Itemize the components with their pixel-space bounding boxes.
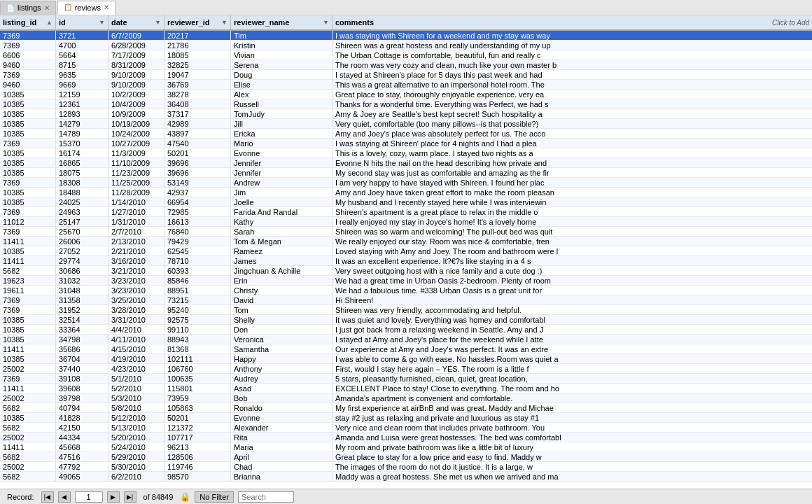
cell-reviewer_id: 105863	[164, 403, 231, 412]
table-row[interactable]: 103851807511/23/200939696JenniferMy seco…	[0, 168, 812, 178]
table-row[interactable]: 103851478910/24/200943897ErickaAmy and J…	[0, 129, 812, 139]
table-row[interactable]: 103851686511/10/200939696JenniferEvonne …	[0, 158, 812, 168]
table-row[interactable]: 103851215910/2/200938278AlexGreat place …	[0, 90, 812, 99]
table-row[interactable]: 946096699/10/200936769EliseThis was a gr…	[0, 80, 812, 90]
table-row[interactable]: 11012251471/31/201016613KathyI really en…	[0, 217, 812, 227]
cell-date: 5/1/2010	[108, 374, 164, 383]
table-row[interactable]: 25002443345/20/2010107717RitaAmanda and …	[0, 433, 812, 442]
cell-reviewer_id: 53149	[164, 178, 231, 187]
cell-date: 3/21/2010	[108, 266, 164, 275]
col-header-reviewer_name[interactable]: reviewer_name ▼	[231, 15, 332, 29]
table-row[interactable]: 946087158/31/200932825SerenaThe room was…	[0, 60, 812, 70]
table-row[interactable]: 660656647/17/200918085VivianThe Urban Co…	[0, 50, 812, 60]
status-bar: Record: |◀ ◀ ▶ ▶| of 84849 🔒 No Filter	[0, 489, 812, 504]
table-row[interactable]: 7369313583/25/201073215DavidHi Shireen!	[0, 295, 812, 305]
search-input[interactable]	[238, 491, 294, 503]
table-row[interactable]: 103851617411/3/200950201EvonneThis is a …	[0, 148, 812, 158]
table-row[interactable]: 7369319523/28/201095240TomShireen was ve…	[0, 305, 812, 315]
table-row[interactable]: 11411356864/15/201081368SamanthaOur expe…	[0, 344, 812, 354]
nav-next-button[interactable]: ▶	[107, 491, 120, 503]
cell-reviewer_name: Ronaldo	[231, 403, 332, 412]
tab-listings-label: listings	[18, 4, 41, 12]
table-row[interactable]: 7369391085/1/2010100635Audrey5 stars, pl…	[0, 374, 812, 384]
table-row[interactable]: 103851236110/4/200936408RussellThanks fo…	[0, 99, 812, 109]
table-row[interactable]: 10385240251/14/201066954JoelleMy husband…	[0, 197, 812, 207]
col-header-listing_id[interactable]: listing_id ▲	[0, 15, 56, 29]
nav-last-button[interactable]: ▶|	[124, 491, 136, 503]
cell-date: 4/11/2010	[108, 335, 164, 344]
table-row[interactable]: 5682475165/29/2010128506AprilGreat place…	[0, 452, 812, 462]
table-row[interactable]: 103851289310/9/200937317TomJudyAmy & Joe…	[0, 109, 812, 119]
cell-comments: It was quiet and lovely. Everything was …	[332, 315, 812, 324]
cell-id: 31048	[56, 286, 108, 295]
table-row[interactable]: 10385333644/4/201099110DonI just got bac…	[0, 325, 812, 335]
cell-reviewer_name: Andrew	[231, 178, 332, 187]
cell-reviewer_name: Sarah	[231, 227, 332, 236]
cell-comments: Very sweet outgoing host with a nice fam…	[332, 266, 812, 275]
table-row[interactable]: 25002397985/3/201073959BobAmanda's apart…	[0, 393, 812, 403]
table-row[interactable]: 5682407945/8/2010105863RonaldoMy first e…	[0, 403, 812, 413]
cell-reviewer_name: Maria	[231, 442, 332, 451]
table-row[interactable]: 73691537010/27/200947540MarioI was stayi…	[0, 139, 812, 148]
table-row[interactable]: 10385347984/11/201088943VeronicaI stayed…	[0, 335, 812, 344]
table-row[interactable]: 5682306863/21/201060393Jingchuan & Achil…	[0, 266, 812, 276]
table-row[interactable]: 103851427910/19/200942989JillVery quiet,…	[0, 119, 812, 129]
table-row[interactable]: 736937216/7/200920217TimI was staying wi…	[0, 31, 812, 41]
cell-date: 5/20/2010	[108, 433, 164, 442]
table-row[interactable]: 7369256702/7/201076840SarahShireen was s…	[0, 227, 812, 237]
table-row[interactable]: 10385270522/21/201062545RameezLoved stay…	[0, 246, 812, 256]
record-number-input[interactable]	[75, 491, 103, 503]
cell-id: 32514	[56, 315, 108, 324]
sort-listing_id-icon: ▲	[46, 19, 52, 26]
cell-reviewer_id: 106760	[164, 364, 231, 373]
cell-id: 12361	[56, 99, 108, 108]
tab-reviews-close[interactable]: ✕	[104, 4, 109, 11]
cell-date: 3/23/2010	[108, 286, 164, 295]
table-row[interactable]: 11411260062/13/201079429Tom & MeganWe re…	[0, 237, 812, 246]
nav-first-button[interactable]: |◀	[41, 491, 54, 503]
cell-id: 12159	[56, 90, 108, 99]
tab-listings[interactable]: 📄 listings ✕	[0, 1, 56, 15]
table-row[interactable]: 5682421505/13/2010121372AlexanderVery ni…	[0, 423, 812, 433]
table-row[interactable]: 103851848811/28/200942937JimAmy and Joey…	[0, 188, 812, 197]
table-row[interactable]: 19623310323/23/201085846ErinWe had a gre…	[0, 276, 812, 286]
cell-reviewer_id: 32825	[164, 60, 231, 69]
table-row[interactable]: 10385367044/19/2010102111HappyI was able…	[0, 354, 812, 364]
grid-body: 736937216/7/200920217TimI was staying wi…	[0, 31, 812, 489]
col-header-reviewer_id[interactable]: reviewer_id ▼	[164, 15, 231, 29]
cell-comments: This is a lovely, cozy, warm place. I st…	[332, 148, 812, 158]
table-row[interactable]: 73691830811/25/200953149AndrewI am very …	[0, 178, 812, 188]
cell-comments: Great place to stay for a low price and …	[332, 452, 812, 461]
filter-button[interactable]: No Filter	[195, 491, 234, 503]
tab-reviews[interactable]: 📋 reviews ✕	[57, 1, 115, 15]
cell-reviewer_name: Samantha	[231, 344, 332, 354]
table-row[interactable]: 10385418285/12/201050201Evonnestay #2 ju…	[0, 413, 812, 423]
nav-prev-button[interactable]: ◀	[58, 491, 71, 503]
cell-id: 26006	[56, 237, 108, 246]
table-row[interactable]: 25002477925/30/2010119746ChadThe images …	[0, 462, 812, 472]
cell-reviewer_name: Erin	[231, 276, 332, 285]
table-row[interactable]: 10385325143/31/201092575ShellyIt was qui…	[0, 315, 812, 325]
col-header-date[interactable]: date ▼	[108, 15, 164, 29]
cell-reviewer_id: 36408	[164, 99, 231, 108]
table-row[interactable]: 736947006/28/200921786KristinShireen was…	[0, 41, 812, 50]
table-row[interactable]: 11411456685/24/201096213MariaMy room and…	[0, 442, 812, 452]
cell-reviewer_id: 16613	[164, 217, 231, 226]
table-row[interactable]: 5682490656/2/201098570BriannaMaddy was a…	[0, 472, 812, 482]
cell-date: 8/31/2009	[108, 60, 164, 69]
col-header-comments[interactable]: comments Click to Add	[332, 15, 812, 29]
table-row[interactable]: 11411297743/16/201078710JamesIt was an e…	[0, 256, 812, 266]
table-row[interactable]: 19611310483/23/201088951ChristyWe had a …	[0, 286, 812, 295]
table-row[interactable]: 25002374404/23/2010106760AnthonyFirst, w…	[0, 364, 812, 374]
cell-reviewer_id: 19047	[164, 70, 231, 79]
table-row[interactable]: 11411396085/2/2010115801AsadEXCELLENT Pl…	[0, 384, 812, 393]
col-listing_id-label: listing_id	[3, 18, 36, 27]
cell-id: 34798	[56, 335, 108, 344]
table-row[interactable]: 7369249631/27/201072985Farida And Randal…	[0, 207, 812, 217]
col-header-id[interactable]: id ▼	[56, 15, 108, 29]
tab-listings-close[interactable]: ✕	[44, 4, 50, 12]
cell-comments: Amy & Joey are Seattle's best kept secre…	[332, 109, 812, 118]
cell-reviewer_name: Jim	[231, 188, 332, 197]
cell-date: 10/27/2009	[108, 139, 164, 148]
table-row[interactable]: 736996359/10/200919047DougI stayed at Sh…	[0, 70, 812, 80]
